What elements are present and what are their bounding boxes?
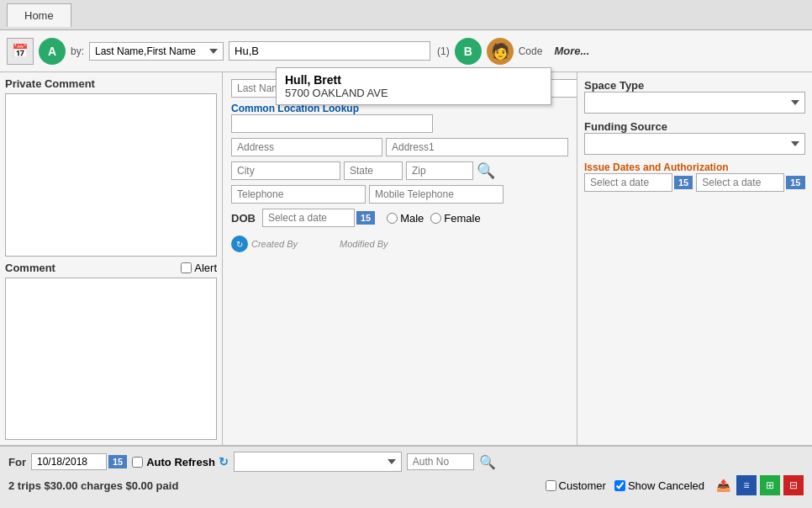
bottom-date-input[interactable]: [31, 453, 107, 470]
customer-checkbox-label[interactable]: Customer: [546, 479, 606, 492]
dob-field-container: 15: [262, 209, 375, 227]
mobile-telephone-input[interactable]: [369, 185, 504, 204]
auth-search-icon[interactable]: 🔍: [479, 454, 496, 470]
telephone-input[interactable]: [231, 185, 366, 204]
city-state-zip-row: 🔍: [231, 161, 568, 180]
space-type-arrow: [791, 100, 799, 105]
nav-icon-1[interactable]: 📤: [713, 475, 733, 495]
btn-a[interactable]: A: [39, 38, 66, 65]
route-dropdown[interactable]: [234, 452, 402, 472]
left-panel: Private Comment Comment Alert: [0, 72, 223, 445]
zip-input[interactable]: [406, 161, 473, 180]
bottom-icons: 📤 ≡ ⊞ ⊟: [713, 475, 804, 495]
male-radio[interactable]: [387, 213, 398, 224]
issue-dates-row: 15 15: [584, 173, 805, 192]
female-radio-label[interactable]: Female: [430, 212, 480, 225]
alert-checkbox-label[interactable]: Alert: [181, 262, 217, 274]
comment-label: Comment: [5, 262, 55, 274]
issue-date1-calendar-btn[interactable]: 15: [674, 176, 693, 189]
address-row: [231, 138, 568, 156]
funding-source-arrow: [791, 141, 799, 146]
female-label: Female: [444, 212, 480, 225]
show-canceled-checkbox-label[interactable]: Show Canceled: [614, 479, 704, 492]
for-label: For: [8, 456, 26, 468]
address-input[interactable]: [231, 138, 382, 156]
show-canceled-label: Show Canceled: [628, 479, 704, 492]
common-location-row: Common Location Lookup: [231, 103, 568, 133]
female-radio[interactable]: [430, 213, 441, 224]
refresh-icon: ↻: [219, 455, 229, 468]
auto-refresh-label[interactable]: Auto Refresh ↻: [132, 455, 229, 468]
suggestion-name[interactable]: Hull, Brett: [285, 73, 542, 87]
auto-refresh-checkbox[interactable]: [132, 457, 143, 468]
customer-checkbox[interactable]: [546, 480, 556, 491]
sort-selected-value: Last Name,First Name: [95, 45, 196, 57]
private-comment-textarea[interactable]: [5, 93, 217, 257]
sort-by-label: by:: [71, 45, 84, 57]
issue-date2-input[interactable]: [696, 173, 784, 192]
created-modified-row: ↻ Created By Modified By: [231, 235, 568, 252]
modified-by-label: Modified By: [340, 239, 388, 249]
issue-date2-container: 15: [696, 173, 804, 192]
bottom-date-container: 15: [31, 453, 127, 470]
tab-home[interactable]: Home: [7, 3, 71, 27]
customer-label: Customer: [559, 479, 606, 492]
bottom-row1: For 15 Auto Refresh ↻ 🔍: [8, 452, 804, 472]
dob-input[interactable]: [262, 209, 355, 227]
issue-dates-section: Issue Dates and Authorization 15 15: [584, 161, 805, 192]
right-panel: Space Type Funding Source Issue Dates an…: [577, 72, 812, 445]
space-type-dropdown[interactable]: [584, 92, 805, 114]
state-input[interactable]: [344, 161, 403, 180]
main-window: Home 📅 A by: Last Name,First Name (1) B …: [0, 0, 812, 508]
alert-label: Alert: [194, 262, 217, 274]
trips-summary: 2 trips $30.00 charges $0.00 paid: [8, 479, 178, 492]
created-by-label: Created By: [251, 239, 298, 249]
funding-source-dropdown[interactable]: [584, 133, 805, 155]
dob-label: DOB: [231, 212, 256, 225]
issue-date1-input[interactable]: [584, 173, 672, 192]
private-comment-label: Private Comment: [5, 77, 217, 90]
space-type-label: Space Type: [584, 79, 805, 92]
form-panel: Common Location Lookup 🔍: [223, 72, 577, 445]
more-link[interactable]: More...: [554, 45, 589, 57]
bottom-calendar-btn[interactable]: 15: [108, 455, 127, 468]
nav-icon-3[interactable]: ⊞: [760, 475, 780, 495]
modified-by-container: Modified By: [340, 235, 388, 252]
issue-date1-container: 15: [584, 173, 693, 192]
funding-source-section: Funding Source: [584, 120, 805, 155]
male-label: Male: [400, 212, 424, 225]
search-input[interactable]: [229, 41, 430, 61]
common-location-input[interactable]: [231, 114, 433, 133]
issue-dates-label: Issue Dates and Authorization: [584, 161, 805, 173]
show-canceled-checkbox[interactable]: [614, 480, 625, 491]
gender-group: Male Female: [387, 212, 481, 225]
auth-no-input[interactable]: [407, 453, 474, 470]
alert-checkbox[interactable]: [181, 262, 192, 273]
auto-refresh-text: Auto Refresh: [146, 456, 215, 468]
calendar-icon[interactable]: 📅: [7, 38, 34, 65]
funding-source-label: Funding Source: [584, 120, 805, 133]
created-by-container: ↻ Created By: [231, 235, 298, 252]
sort-dropdown-arrow: [209, 49, 218, 54]
male-radio-label[interactable]: Male: [387, 212, 424, 225]
phone-row: [231, 185, 568, 204]
btn-b[interactable]: B: [455, 38, 482, 65]
bottom-bar: For 15 Auto Refresh ↻ 🔍 2 trips $30.00 c…: [0, 445, 812, 508]
sort-dropdown[interactable]: Last Name,First Name: [89, 42, 224, 61]
comment-textarea[interactable]: [5, 278, 217, 441]
address-search-icon[interactable]: 🔍: [477, 161, 495, 180]
address1-input[interactable]: [386, 138, 568, 156]
issue-date2-calendar-btn[interactable]: 15: [786, 176, 804, 189]
avatar-icon[interactable]: 🧑: [487, 38, 514, 65]
main-area: Private Comment Comment Alert: [0, 72, 812, 445]
suggestion-dropdown[interactable]: Hull, Brett 5700 OAKLAND AVE: [276, 67, 551, 105]
nav-icon-4[interactable]: ⊟: [783, 475, 804, 495]
form-and-right: Common Location Lookup 🔍: [223, 72, 812, 445]
nav-icon-2[interactable]: ≡: [736, 475, 757, 495]
code-label: Code: [519, 45, 543, 57]
search-count: (1): [437, 45, 450, 57]
dob-calendar-btn[interactable]: 15: [356, 211, 375, 225]
comment-row: Comment Alert: [5, 262, 217, 274]
city-input[interactable]: [231, 161, 340, 180]
route-dropdown-arrow: [388, 459, 396, 464]
